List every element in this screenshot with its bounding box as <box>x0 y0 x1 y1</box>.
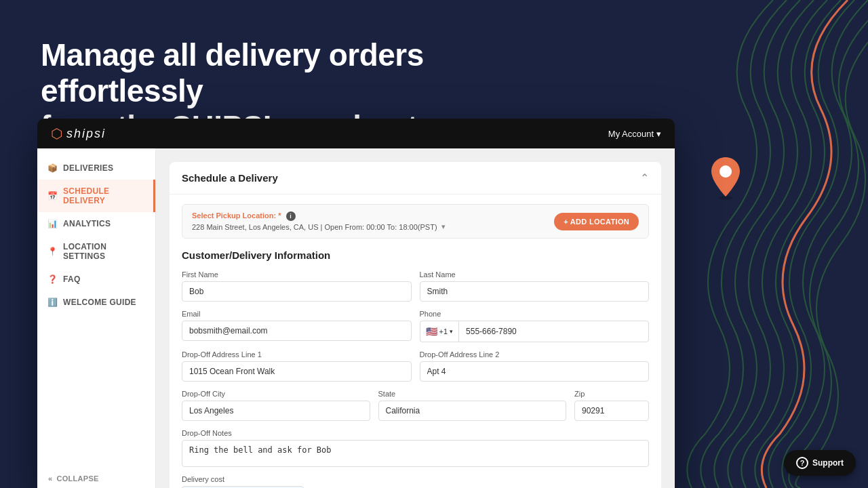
address-line1-input[interactable] <box>182 361 412 382</box>
customer-info-heading: Customer/Delivery Information <box>182 249 649 261</box>
sidebar: 📦 DELIVERIES 📅 SCHEDULE DELIVERY 📊 ANALY… <box>37 148 156 488</box>
address-line2-input[interactable] <box>420 361 650 382</box>
account-menu[interactable]: My Account ▾ <box>608 129 661 139</box>
main-layout: 📦 DELIVERIES 📅 SCHEDULE DELIVERY 📊 ANALY… <box>37 148 675 488</box>
pickup-info-icon[interactable]: i <box>286 211 296 221</box>
nav-bar: ⬡ shipsi My Account ▾ <box>37 119 675 148</box>
support-label: Support <box>812 458 844 468</box>
sidebar-item-label: DELIVERIES <box>63 163 113 173</box>
phone-dropdown-icon: ▾ <box>450 328 453 335</box>
last-name-label: Last Name <box>420 270 650 279</box>
state-group: State California <box>378 390 567 421</box>
last-name-group: Last Name <box>420 270 650 302</box>
zip-label: Zip <box>574 390 649 398</box>
zip-input[interactable] <box>574 401 649 421</box>
guide-icon: ℹ️ <box>48 298 58 307</box>
state-select[interactable]: California <box>378 401 567 421</box>
analytics-icon: 📊 <box>48 219 58 228</box>
pickup-address-text: 228 Main Street, Los Angeles, CA, US | O… <box>192 223 437 231</box>
location-icon: 📍 <box>48 247 58 256</box>
sidebar-nav: 📦 DELIVERIES 📅 SCHEDULE DELIVERY 📊 ANALY… <box>37 157 155 468</box>
map-pin-icon <box>709 156 743 197</box>
first-name-group: First Name <box>182 270 412 302</box>
schedule-icon: 📅 <box>48 191 58 201</box>
sidebar-item-label: LOCATION SETTINGS <box>63 242 144 261</box>
deliveries-icon: 📦 <box>48 163 58 173</box>
address-line1-label: Drop-Off Address Line 1 <box>182 350 412 359</box>
sidebar-item-faq[interactable]: ❓ FAQ <box>37 268 155 291</box>
phone-label: Phone <box>420 310 650 318</box>
sidebar-item-welcome-guide[interactable]: ℹ️ WELCOME GUIDE <box>37 291 155 314</box>
sidebar-item-schedule-delivery[interactable]: 📅 SCHEDULE DELIVERY <box>37 180 155 212</box>
phone-group: Phone 🇺🇸 +1 ▾ <box>420 310 650 342</box>
first-name-input[interactable] <box>182 281 412 302</box>
address-row: Drop-Off Address Line 1 Drop-Off Address… <box>182 350 649 382</box>
cost-row: Delivery cost If this delivery price app… <box>182 475 649 488</box>
pickup-section: Select Pickup Location: * i 228 Main Str… <box>182 204 649 239</box>
email-phone-row: Email Phone 🇺🇸 +1 ▾ <box>182 310 649 342</box>
account-label: My Account <box>608 129 654 139</box>
phone-input[interactable] <box>458 321 649 342</box>
address-line2-group: Drop-Off Address Line 2 <box>420 350 650 382</box>
city-state-zip-row: Drop-Off City State California <box>182 390 649 421</box>
pickup-dropdown-icon[interactable]: ▾ <box>441 222 446 231</box>
sidebar-item-deliveries[interactable]: 📦 DELIVERIES <box>37 157 155 180</box>
sidebar-item-analytics[interactable]: 📊 ANALYTICS <box>37 212 155 235</box>
notes-group: Drop-Off Notes Ring the bell and ask for… <box>182 429 649 467</box>
svg-point-1 <box>719 165 732 178</box>
support-circle-icon: ? <box>796 457 808 469</box>
city-group: Drop-Off City <box>182 390 370 421</box>
pickup-address: 228 Main Street, Los Angeles, CA, US | O… <box>192 222 554 231</box>
first-name-label: First Name <box>182 270 412 279</box>
collapse-button[interactable]: « COLLAPSE <box>37 468 155 488</box>
email-input[interactable] <box>182 321 412 341</box>
account-dropdown-icon: ▾ <box>656 129 661 139</box>
email-group: Email <box>182 310 412 342</box>
sidebar-item-label: ANALYTICS <box>63 219 111 228</box>
phone-input-group: 🇺🇸 +1 ▾ <box>420 321 650 342</box>
phone-prefix[interactable]: 🇺🇸 +1 ▾ <box>420 321 459 342</box>
schedule-card: Schedule a Delivery ⌃ Select Pickup Loca… <box>170 162 661 488</box>
sidebar-item-label: SCHEDULE DELIVERY <box>63 186 142 205</box>
cost-group: Delivery cost If this delivery price app… <box>182 475 304 488</box>
sidebar-item-location-settings[interactable]: 📍 LOCATION SETTINGS <box>37 235 155 268</box>
logo-icon: ⬡ <box>51 125 62 142</box>
pickup-label: Select Pickup Location: * i <box>192 211 554 221</box>
city-label: Drop-Off City <box>182 390 370 398</box>
portal-window: ⬡ shipsi My Account ▾ 📦 DELIVERIES 📅 SCH… <box>37 119 675 488</box>
schedule-collapse-button[interactable]: ⌃ <box>640 171 649 184</box>
email-label: Email <box>182 310 412 318</box>
logo: ⬡ shipsi <box>51 125 106 142</box>
support-button[interactable]: ? Support <box>784 450 856 476</box>
collapse-icon: « <box>48 474 52 483</box>
sidebar-item-label: WELCOME GUIDE <box>63 298 136 307</box>
notes-row: Drop-Off Notes Ring the bell and ask for… <box>182 429 649 467</box>
notes-textarea[interactable]: Ring the bell and ask for Bob <box>182 440 649 467</box>
faq-icon: ❓ <box>48 274 58 284</box>
flag-icon: 🇺🇸 <box>426 326 437 337</box>
address-line1-group: Drop-Off Address Line 1 <box>182 350 412 382</box>
form-body: Select Pickup Location: * i 228 Main Str… <box>170 195 661 488</box>
state-label: State <box>378 390 567 398</box>
main-content: Schedule a Delivery ⌃ Select Pickup Loca… <box>156 148 675 488</box>
collapse-label: COLLAPSE <box>56 474 98 483</box>
last-name-input[interactable] <box>420 281 650 302</box>
sidebar-item-label: FAQ <box>63 274 81 284</box>
phone-prefix-text: +1 <box>439 327 448 336</box>
add-location-button[interactable]: + ADD LOCATION <box>554 213 639 230</box>
notes-label: Drop-Off Notes <box>182 429 649 437</box>
address-line2-label: Drop-Off Address Line 2 <box>420 350 650 359</box>
logo-text: shipsi <box>66 127 106 141</box>
cost-label: Delivery cost <box>182 475 304 483</box>
schedule-title: Schedule a Delivery <box>182 172 278 184</box>
name-row: First Name Last Name <box>182 270 649 302</box>
schedule-header: Schedule a Delivery ⌃ <box>170 162 661 195</box>
city-input[interactable] <box>182 401 370 421</box>
zip-group: Zip <box>574 390 649 421</box>
